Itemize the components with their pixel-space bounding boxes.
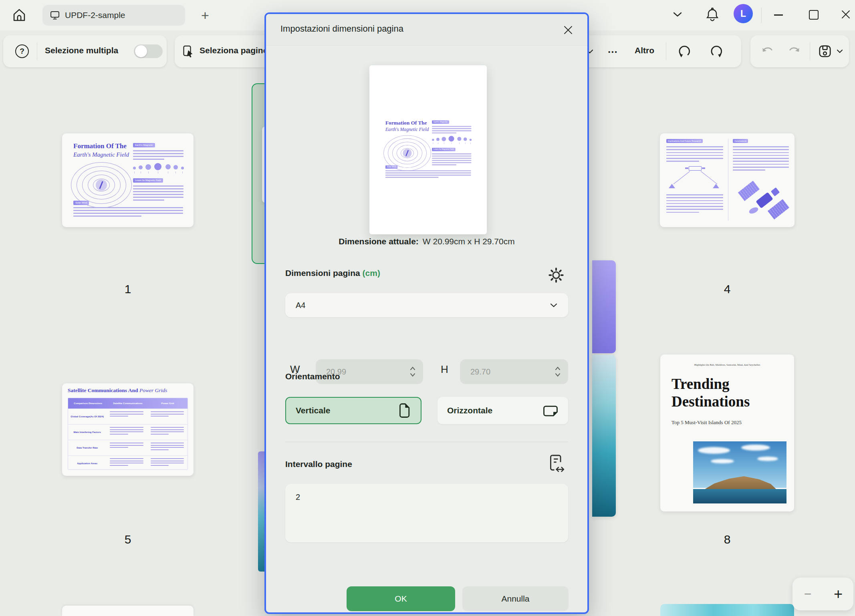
text-lines <box>432 126 471 135</box>
page-thumbnail-7-partial[interactable] <box>592 355 616 517</box>
updf-app-window: UPDF-2-sample + L ? Selezione multipla <box>0 0 855 616</box>
zoom-out-button[interactable]: − <box>792 587 823 602</box>
comparison-table: Comparison Dimensions Satellite Communic… <box>68 398 188 470</box>
text-lines <box>106 440 147 455</box>
home-button[interactable] <box>11 7 27 23</box>
page-number-4: 4 <box>711 282 743 296</box>
text-lines <box>133 185 184 202</box>
redo-icon[interactable] <box>787 45 801 58</box>
more-label[interactable]: Altro <box>635 46 654 55</box>
page-size-settings-dialog: Impostazioni dimensioni pagina Formation… <box>264 12 589 614</box>
slide-title: Formation Of The <box>385 120 427 126</box>
orientation-section-label: Orientamento <box>285 372 340 381</box>
save-icon[interactable] <box>818 44 832 58</box>
select-pages-icon <box>182 45 196 58</box>
text-lines <box>432 153 471 167</box>
text-lines <box>73 207 183 218</box>
account-avatar[interactable]: L <box>734 4 753 23</box>
page-size-section-label: Dimensioni pagina (cm) <box>285 268 380 278</box>
ok-button[interactable]: OK <box>347 586 455 611</box>
table-header: Satellite Communications <box>108 398 147 409</box>
text-lines <box>133 150 184 161</box>
page-range-icon[interactable] <box>548 454 566 475</box>
column-divider <box>728 139 728 221</box>
slide-tag: Earth's Magnetic <box>133 143 155 147</box>
stepper-icon[interactable] <box>555 365 561 378</box>
text-lines <box>385 170 471 179</box>
height-label: H <box>441 363 448 376</box>
rotate-right-button[interactable] <box>708 43 724 59</box>
preset-value: A4 <box>296 301 305 310</box>
maximize-button[interactable] <box>809 10 819 20</box>
page-thumbnail-8[interactable]: Highlights On Bali, Maldives, Santorini,… <box>660 354 794 511</box>
satellite-comm-diagram <box>665 166 725 191</box>
landscape-label: Orizzontale <box>447 406 492 415</box>
page-thumbnail-10-partial[interactable] <box>660 604 794 616</box>
page8-title: Trending <box>671 375 730 393</box>
minimize-button[interactable] <box>774 14 783 16</box>
page-thumbnail-1[interactable]: Formation Of The Earth's Magnetic Field … <box>62 133 194 227</box>
slide-subtitle: Earth's Magnetic Field <box>73 151 129 158</box>
row-label: Global Coverage(As Of 2024) <box>68 409 106 424</box>
page-thumbnail-6-partial[interactable] <box>258 451 265 572</box>
page-thumbnail-9-partial[interactable] <box>62 606 194 616</box>
slide-tag: Earth's Magnetic <box>432 120 449 124</box>
cancel-button[interactable]: Annulla <box>462 586 569 611</box>
table-header: Comparison Dimensions <box>68 398 108 409</box>
slide-title: Formation Of The <box>73 142 127 150</box>
current-size-value: W 20.99cm x H 29.70cm <box>423 237 515 246</box>
page4-tag: Conclusions <box>733 139 748 143</box>
avatar-initial: L <box>740 8 746 19</box>
page-size-preset-select[interactable]: A4 <box>285 293 568 317</box>
page1-content: Formation Of The Earth's Magnetic Field … <box>68 138 188 222</box>
page-preview: Formation Of The Earth's Magnetic Field … <box>369 65 487 234</box>
slide-tag: Solar Wind <box>385 165 398 169</box>
toolbar-group-file <box>750 35 849 67</box>
planets-row <box>432 135 472 145</box>
new-tab-button[interactable]: + <box>197 7 213 23</box>
height-field[interactable]: 29.70 <box>460 359 568 384</box>
page-thumbnail-5[interactable]: Satellite Communications And Power Grids… <box>62 383 194 476</box>
page-size-label: Dimensioni pagina <box>285 268 360 278</box>
slide-tag: Solar Wind <box>73 201 89 205</box>
gear-icon[interactable] <box>548 267 564 283</box>
text-lines <box>666 146 723 164</box>
page4-tag: Implications And Future Research <box>666 139 703 143</box>
undo-icon[interactable] <box>761 45 774 58</box>
portrait-label: Verticale <box>296 406 330 415</box>
window-controls-divider <box>761 8 762 23</box>
page5-title: Satellite Communications And Power Grids <box>68 387 167 394</box>
dialog-close-icon[interactable] <box>563 24 574 36</box>
planets-row <box>133 161 185 175</box>
notifications-bell-icon[interactable] <box>705 7 720 22</box>
page-thumbnail-4[interactable]: Implications And Future Research Conclus… <box>660 133 795 227</box>
landscape-page-icon <box>542 404 559 417</box>
document-tab[interactable]: UPDF-2-sample <box>42 5 185 26</box>
zoom-control: − + <box>792 578 853 610</box>
orientation-landscape-button[interactable]: Orizzontale <box>438 397 568 424</box>
window-close-button[interactable] <box>841 9 851 20</box>
select-pages-label[interactable]: Seleziona pagine <box>200 46 268 55</box>
row-label: Application Areas <box>68 456 106 470</box>
section-divider <box>285 442 568 442</box>
text-lines <box>106 425 147 440</box>
tabs-chevron-down-icon[interactable] <box>672 11 683 18</box>
page-thumbnail-3-partial[interactable] <box>592 260 616 353</box>
page-range-input[interactable]: 2 <box>285 484 568 542</box>
table-header: Power Grid <box>148 398 188 409</box>
help-icon[interactable]: ? <box>15 44 29 58</box>
multi-select-toggle[interactable] <box>134 44 163 58</box>
height-value: 29.70 <box>470 367 490 376</box>
current-size-label: Dimensione attuale: <box>339 237 419 246</box>
stepper-icon[interactable] <box>409 365 416 378</box>
slide-tag: Loses Its Magnetic Field <box>432 148 455 151</box>
orientation-portrait-button[interactable]: Verticale <box>285 397 421 424</box>
table-row: Data Transfer Rate <box>68 440 188 455</box>
page8-title: Destinations <box>671 393 750 410</box>
save-chevron-down-icon[interactable] <box>836 49 843 54</box>
toolbar-divider <box>666 42 666 60</box>
page5-title-italic: Power Grids <box>139 387 167 393</box>
satellite-illustration <box>738 182 790 222</box>
zoom-in-button[interactable]: + <box>823 586 853 603</box>
rotate-left-button[interactable] <box>676 43 692 59</box>
